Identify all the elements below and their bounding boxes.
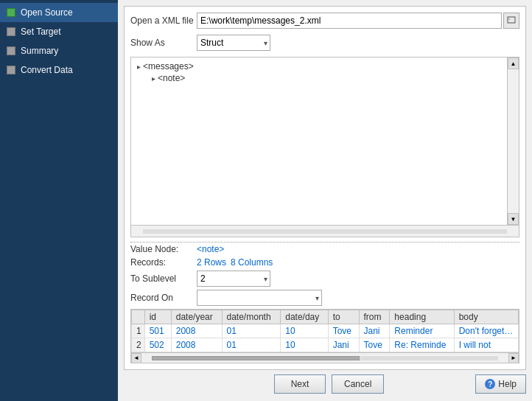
xml-tree-area: ▸ <messages> ▸ <note> ▲ ▼ xyxy=(130,57,519,237)
row-num: 1 xyxy=(132,324,145,338)
cell-from: Tove xyxy=(359,338,390,352)
record-on-select[interactable] xyxy=(197,290,322,306)
svg-rect-1 xyxy=(508,18,510,20)
sidebar: Open Source Set Target Summary Convert D… xyxy=(0,0,118,401)
sidebar-item-label: Set Target xyxy=(21,27,60,37)
tree-scroll-down[interactable]: ▼ xyxy=(508,213,519,225)
cell-day: 10 xyxy=(281,324,328,338)
show-as-row: Show As Struct Table Tree xyxy=(130,35,519,51)
cell-to: Jani xyxy=(328,338,359,352)
table-header-row: id date/year date/month date/day to from… xyxy=(132,310,519,324)
row-num: 2 xyxy=(132,338,145,352)
cell-heading: Re: Reminde xyxy=(390,338,454,352)
cell-year: 2008 xyxy=(171,338,222,352)
tree-node-messages[interactable]: ▸ <messages> xyxy=(134,60,516,72)
cell-id: 502 xyxy=(144,338,171,352)
table-scroll-track xyxy=(152,356,498,360)
col-header-body: body xyxy=(454,310,518,324)
tree-vscrollbar[interactable]: ▲ ▼ xyxy=(507,57,519,225)
sublevel-select[interactable]: 1 2 3 4 xyxy=(197,271,270,287)
table-body: 1 501 2008 01 10 Tove Jani Reminder Don'… xyxy=(132,324,519,352)
sidebar-item-convert-data[interactable]: Convert Data xyxy=(0,60,118,80)
help-button[interactable]: ? Help xyxy=(475,374,526,394)
table-hscrollbar[interactable]: ◄ ► xyxy=(131,352,519,363)
table-scroll-left[interactable]: ◄ xyxy=(131,353,141,363)
sidebar-item-label: Convert Data xyxy=(21,65,73,75)
bottom-center-buttons: Next Cancel xyxy=(274,374,384,394)
sidebar-item-summary[interactable]: Summary xyxy=(0,41,118,60)
col-header-num xyxy=(132,310,145,324)
table-row[interactable]: 2 502 2008 01 10 Jani Tove Re: Reminde I… xyxy=(132,338,519,352)
tree-arrow-messages[interactable]: ▸ xyxy=(134,62,143,71)
tree-hscrollbar-track xyxy=(143,229,507,234)
cell-from: Jani xyxy=(359,324,390,338)
convert-data-icon xyxy=(6,65,16,75)
value-node-row: Value Node: <note> xyxy=(130,244,519,254)
records-row: Records: 2 Rows 8 Columns xyxy=(130,257,519,268)
cell-body: Don't forget m xyxy=(454,324,518,338)
summary-icon xyxy=(6,46,16,56)
records-cols: 8 Columns xyxy=(231,257,273,268)
col-header-from: from xyxy=(359,310,390,324)
data-table: id date/year date/month date/day to from… xyxy=(131,310,519,352)
tree-hscrollbar[interactable] xyxy=(131,225,519,237)
value-node-value: <note> xyxy=(197,244,224,254)
cell-heading: Reminder xyxy=(390,324,454,338)
record-on-row: Record On xyxy=(130,290,519,306)
file-path-input[interactable] xyxy=(197,13,502,29)
next-button[interactable]: Next xyxy=(274,374,326,394)
value-node-label: Value Node: xyxy=(130,244,197,254)
col-header-year: date/year xyxy=(171,310,222,324)
cell-month: 01 xyxy=(222,324,281,338)
show-as-select[interactable]: Struct Table Tree xyxy=(197,35,270,51)
cell-to: Tove xyxy=(328,324,359,338)
table-scroll-right[interactable]: ► xyxy=(508,353,519,363)
col-header-month: date/month xyxy=(222,310,281,324)
tree-content: ▸ <messages> ▸ <note> xyxy=(131,57,519,87)
sublevel-select-wrapper: 1 2 3 4 xyxy=(197,271,270,287)
sidebar-item-label: Summary xyxy=(21,46,58,56)
col-header-id: id xyxy=(144,310,171,324)
records-label: Records: xyxy=(130,257,197,268)
set-target-icon xyxy=(6,27,16,37)
content-area: Open a XML file Show As Struct Table Tr xyxy=(118,0,532,401)
record-on-select-wrapper xyxy=(197,290,322,306)
browse-button[interactable] xyxy=(503,13,519,29)
show-as-label: Show As xyxy=(130,38,197,48)
tree-node-label-messages: <messages> xyxy=(143,61,194,72)
open-source-icon xyxy=(6,7,16,18)
record-on-label: Record On xyxy=(130,293,197,303)
bottom-bar: Next Cancel ? Help xyxy=(124,370,526,395)
sublevel-label: To Sublevel xyxy=(130,273,197,284)
help-icon: ? xyxy=(485,379,495,389)
table-scroll-thumb[interactable] xyxy=(152,356,360,360)
open-xml-row: Open a XML file xyxy=(130,13,519,29)
cell-id: 501 xyxy=(144,324,171,338)
col-header-heading: heading xyxy=(390,310,454,324)
sublevel-row: To Sublevel 1 2 3 4 xyxy=(130,271,519,287)
bottom-right: ? Help xyxy=(475,374,526,394)
table-row[interactable]: 1 501 2008 01 10 Tove Jani Reminder Don'… xyxy=(132,324,519,338)
tree-scroll-up[interactable]: ▲ xyxy=(508,57,519,69)
data-table-container: id date/year date/month date/day to from… xyxy=(130,309,519,363)
tree-node-note[interactable]: ▸ <note> xyxy=(134,72,516,84)
sidebar-item-label: Open Source xyxy=(21,7,73,18)
col-header-day: date/day xyxy=(281,310,328,324)
cell-body: I will not xyxy=(454,338,518,352)
cancel-button[interactable]: Cancel xyxy=(332,374,384,394)
cell-day: 10 xyxy=(281,338,328,352)
records-rows: 2 Rows xyxy=(197,257,226,268)
cell-month: 01 xyxy=(222,338,281,352)
cell-year: 2008 xyxy=(171,324,222,338)
sidebar-item-open-source[interactable]: Open Source xyxy=(0,3,118,22)
form-area: Open a XML file Show As Struct Table Tr xyxy=(124,6,526,370)
tree-node-label-note: <note> xyxy=(158,73,185,83)
col-header-to: to xyxy=(328,310,359,324)
tree-arrow-note[interactable]: ▸ xyxy=(149,74,158,83)
sidebar-item-set-target[interactable]: Set Target xyxy=(0,22,118,41)
help-label: Help xyxy=(498,379,517,389)
browse-icon xyxy=(507,16,516,25)
separator xyxy=(130,242,519,243)
show-as-select-wrapper: Struct Table Tree xyxy=(197,35,270,51)
open-xml-label: Open a XML file xyxy=(130,15,197,26)
